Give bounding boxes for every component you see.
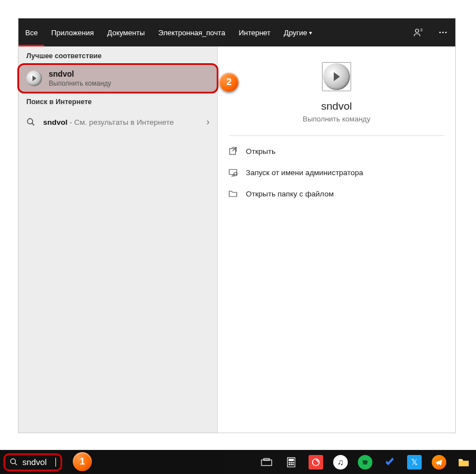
web-search-header: Поиск в Интернете [18,92,217,110]
result-subtitle: Выполнить команду [49,79,111,87]
text-cursor [55,458,56,467]
folder-icon [228,189,238,199]
admin-icon [228,167,238,177]
tab-apps[interactable]: Приложения [44,18,100,46]
svg-point-20 [293,464,294,465]
tab-all[interactable]: Все [18,18,44,46]
annotation-marker-2: 2 [220,73,239,92]
svg-point-15 [289,462,290,463]
tab-documents[interactable]: Документы [100,18,151,46]
detail-app-icon [322,62,351,91]
taskbar-app-spotify[interactable] [353,450,377,474]
taskbar-app-pocketcasts[interactable] [304,450,328,474]
svg-rect-11 [262,459,272,465]
result-title: sndvol [49,69,111,78]
taskbar-search[interactable] [0,450,224,474]
svg-point-3 [445,32,447,34]
filter-tabs: Все Приложения Документы Электронная_поч… [18,18,455,46]
tab-internet[interactable]: Интернет [232,18,277,46]
svg-point-9 [11,459,16,464]
results-column: Лучшее соответствие sndvol Выполнить ком… [18,46,217,433]
svg-point-16 [291,462,292,463]
best-match-header: Лучшее соответствие [18,46,217,64]
taskbar: ♫ 𝕏 [0,450,476,474]
taskbar-app-twitter[interactable]: 𝕏 [402,450,427,474]
best-match-result[interactable]: sndvol Выполнить команду [18,64,217,92]
taskbar-app-itunes[interactable]: ♫ [328,450,353,474]
web-search-result[interactable]: sndvol - См. результаты в Интернете › [18,110,217,134]
search-input[interactable] [22,457,56,467]
detail-column: sndvol Выполнить команду Открыть Запуск … [217,46,455,433]
divider [229,135,444,136]
taskbar-apps: ♫ 𝕏 [254,450,476,474]
detail-subtitle: Выполнить команду [303,115,371,123]
chevron-right-icon: › [207,117,209,127]
svg-line-10 [15,463,17,465]
annotation-marker-1: 1 [73,452,92,471]
svg-line-5 [32,123,34,125]
svg-point-1 [439,32,441,34]
action-open-file-location[interactable]: Открыть папку с файлом [226,183,447,204]
feedback-icon[interactable] [406,27,431,37]
action-open[interactable]: Открыть [226,140,447,162]
more-options-icon[interactable] [431,27,455,37]
svg-point-19 [291,464,292,465]
speaker-icon [323,63,350,90]
search-icon [10,458,18,466]
annotation-frame [17,63,218,93]
svg-rect-14 [289,459,293,461]
taskbar-app-explorer[interactable] [451,450,476,474]
taskbar-app-telegram[interactable] [427,450,451,474]
svg-point-2 [442,32,444,34]
tab-email[interactable]: Электронная_почта [151,18,232,46]
detail-title: sndvol [321,100,352,112]
svg-point-4 [27,119,32,124]
taskbar-app-todo[interactable] [377,450,402,474]
open-icon [228,146,238,156]
svg-point-0 [416,29,419,32]
tab-more[interactable]: Другие▾ [277,18,319,46]
search-icon [26,118,35,126]
taskbar-app-calculator[interactable] [279,450,304,474]
speaker-icon [26,71,42,86]
svg-point-18 [289,464,290,465]
svg-point-17 [293,462,294,463]
svg-rect-7 [229,170,237,175]
taskbar-app-taskview[interactable] [254,450,279,474]
svg-rect-12 [264,458,269,460]
chevron-down-icon: ▾ [309,30,312,36]
action-run-as-admin[interactable]: Запуск от имени администратора [226,162,447,183]
